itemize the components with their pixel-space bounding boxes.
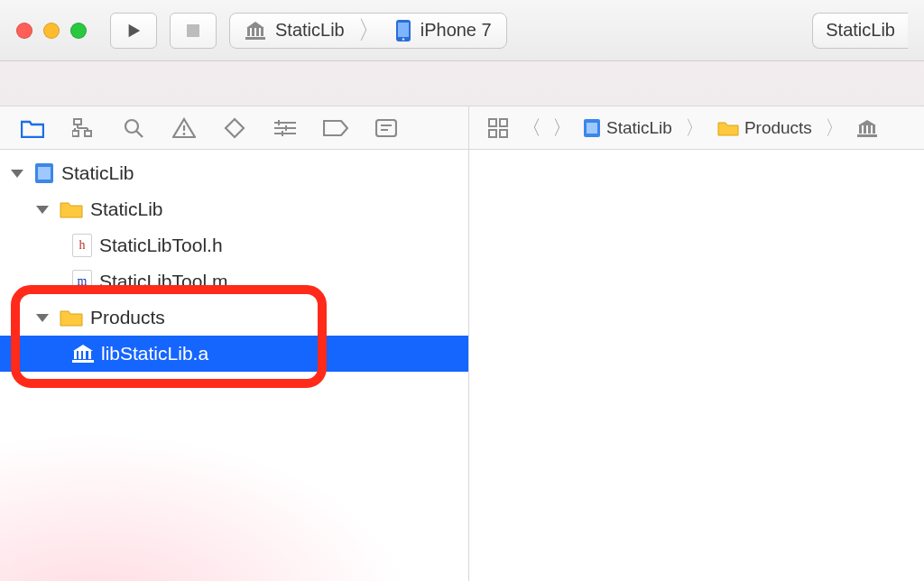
breadcrumb-seg-project[interactable]: StaticLib	[583, 118, 672, 138]
go-forward-button[interactable]: 〉	[552, 115, 572, 142]
tree-row-project[interactable]: StaticLib	[0, 155, 468, 191]
folder-icon	[60, 309, 83, 327]
zoom-window-button[interactable]	[70, 23, 87, 39]
svg-rect-37	[38, 167, 51, 180]
right-scheme-label: StaticLib	[826, 20, 895, 41]
issue-navigator-tab[interactable]	[171, 115, 197, 141]
window-controls	[16, 23, 87, 39]
svg-rect-28	[500, 130, 507, 137]
scheme-selector[interactable]: StaticLib 〉 iPhone 7	[229, 13, 507, 49]
close-window-button[interactable]	[16, 23, 32, 39]
svg-rect-11	[85, 131, 91, 136]
tree-label: StaticLib	[61, 162, 134, 184]
folder-icon	[60, 200, 83, 218]
project-navigator: StaticLib StaticLib h StaticLibTool.h m …	[0, 150, 469, 581]
svg-rect-0	[187, 24, 199, 37]
svg-rect-30	[587, 123, 597, 134]
disclosure-triangle-icon[interactable]	[11, 170, 23, 178]
tree-row-product-lib[interactable]: libStaticLib.a	[0, 336, 468, 372]
folder-icon	[717, 120, 739, 136]
breakpoint-navigator-tab[interactable]	[323, 115, 348, 141]
stop-icon	[186, 23, 200, 38]
tree-row-file-m[interactable]: m StaticLibTool.m	[0, 263, 468, 300]
impl-file-icon: m	[72, 270, 92, 293]
tree-row-group[interactable]: StaticLib	[0, 191, 468, 227]
tree-label: Products	[90, 307, 165, 328]
svg-rect-27	[489, 130, 496, 137]
editor-area	[469, 150, 924, 581]
scheme-device-icon	[395, 19, 411, 42]
stop-button[interactable]	[170, 13, 217, 49]
toolbar-gap	[0, 61, 924, 106]
svg-rect-22	[376, 120, 396, 136]
debug-navigator-tab[interactable]	[273, 115, 298, 141]
find-navigator-tab[interactable]	[121, 115, 146, 141]
header-file-icon: h	[72, 234, 92, 257]
scheme-separator: 〉	[357, 18, 383, 43]
titlebar: StaticLib 〉 iPhone 7 StaticLib	[0, 0, 924, 61]
breadcrumb-chevron-icon: 〉	[823, 115, 846, 142]
play-icon	[125, 23, 142, 39]
breadcrumb-seg-file[interactable]	[857, 119, 877, 137]
xcode-project-icon	[583, 118, 601, 138]
svg-rect-38	[74, 351, 77, 359]
svg-rect-39	[79, 351, 81, 359]
source-control-navigator-tab[interactable]	[70, 115, 96, 141]
breadcrumb-chevron-icon: 〉	[683, 115, 707, 142]
svg-rect-25	[489, 119, 496, 126]
library-icon	[857, 119, 877, 137]
svg-point-8	[402, 38, 404, 41]
svg-rect-2	[252, 28, 254, 36]
breadcrumb-seg-project-label: StaticLib	[606, 118, 672, 138]
xcode-project-icon	[34, 162, 54, 184]
svg-rect-40	[83, 351, 86, 359]
svg-rect-1	[247, 28, 250, 36]
go-back-button[interactable]: 〈	[522, 115, 541, 142]
tree-label: libStaticLib.a	[101, 343, 208, 364]
svg-line-13	[136, 131, 143, 137]
breadcrumb-seg-group[interactable]: Products	[717, 118, 812, 138]
svg-rect-4	[261, 28, 263, 36]
svg-rect-3	[256, 28, 259, 36]
library-icon	[72, 344, 94, 364]
workspace: StaticLib StaticLib h StaticLibTool.h m …	[0, 150, 924, 581]
svg-rect-33	[868, 125, 871, 134]
svg-rect-31	[859, 125, 862, 134]
scheme-target-icon	[245, 21, 266, 41]
svg-rect-35	[857, 134, 877, 137]
test-navigator-tab[interactable]	[222, 115, 247, 141]
svg-rect-41	[88, 351, 91, 359]
breadcrumb-seg-group-label: Products	[744, 118, 812, 138]
svg-rect-26	[500, 119, 507, 126]
tree-label: StaticLibTool.h	[99, 235, 223, 256]
svg-rect-32	[864, 125, 866, 134]
svg-point-15	[183, 133, 186, 135]
related-items-button[interactable]	[485, 115, 511, 141]
editor-path-bar: 〈 〉 StaticLib 〉 Products 〉	[469, 106, 924, 149]
svg-rect-7	[398, 23, 409, 37]
disclosure-triangle-icon[interactable]	[36, 206, 49, 214]
svg-rect-34	[873, 125, 875, 134]
svg-rect-42	[72, 360, 94, 363]
scheme-target-label: StaticLib	[275, 20, 345, 41]
navigator-bar: 〈 〉 StaticLib 〉 Products 〉	[0, 106, 924, 150]
run-button[interactable]	[110, 13, 157, 49]
tree-row-products[interactable]: Products	[0, 300, 468, 336]
project-navigator-tab[interactable]	[20, 115, 45, 141]
tree-row-file-h[interactable]: h StaticLibTool.h	[0, 227, 468, 263]
scheme-device-label: iPhone 7	[420, 20, 492, 41]
svg-rect-9	[74, 119, 81, 124]
navigator-tabs	[0, 106, 469, 149]
file-tree: StaticLib StaticLib h StaticLibTool.h m …	[0, 150, 468, 372]
svg-point-12	[125, 120, 138, 133]
report-navigator-tab[interactable]	[374, 115, 399, 141]
disclosure-triangle-icon[interactable]	[36, 314, 49, 322]
minimize-window-button[interactable]	[43, 23, 60, 39]
right-scheme-pill[interactable]: StaticLib	[812, 13, 908, 49]
tree-label: StaticLibTool.m	[99, 271, 227, 292]
tree-label: StaticLib	[90, 198, 163, 220]
svg-rect-10	[72, 131, 79, 136]
svg-rect-5	[245, 37, 265, 40]
